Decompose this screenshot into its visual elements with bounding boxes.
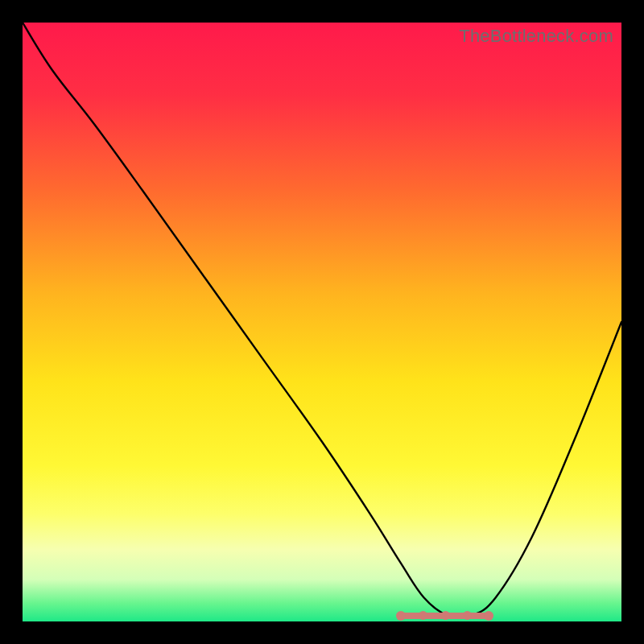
min-marker [463,611,472,620]
plot-area: TheBottleneck.com [23,23,621,621]
min-marker [484,611,493,621]
min-marker [419,611,427,620]
min-marker [396,611,406,621]
outer-frame: TheBottleneck.com [0,0,644,644]
bottleneck-curve [23,23,621,621]
min-marker [441,611,450,620]
